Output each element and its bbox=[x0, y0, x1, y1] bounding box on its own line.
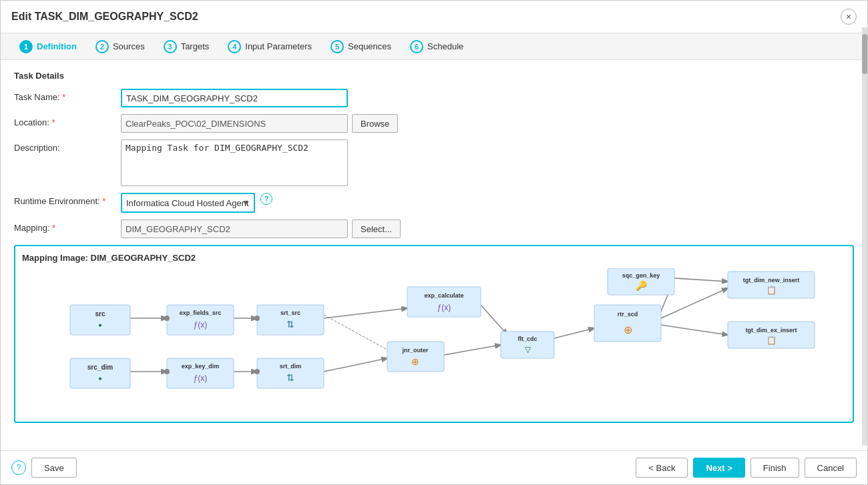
footer-left: ? Save bbox=[11, 458, 77, 478]
svg-text:ƒ(x): ƒ(x) bbox=[194, 320, 208, 330]
svg-text:src_dim: src_dim bbox=[87, 364, 113, 371]
next-button[interactable]: Next > bbox=[693, 458, 744, 478]
svg-text:⇅: ⇅ bbox=[286, 372, 294, 383]
tab-label-definition: Definition bbox=[37, 41, 77, 51]
svg-text:flt_cdc: flt_cdc bbox=[517, 336, 537, 342]
description-row: Description: Mapping Task for DIM_GEOGRA… bbox=[14, 139, 854, 186]
svg-text:exp_key_dim: exp_key_dim bbox=[182, 363, 220, 370]
svg-text:📋: 📋 bbox=[767, 285, 777, 295]
runtime-env-select[interactable]: Informatica Cloud Hosted Agent bbox=[121, 193, 255, 213]
svg-text:⊕: ⊕ bbox=[411, 356, 419, 367]
mapping-image-box: Mapping Image: DIM_GEOGRAPHY_SCD2 bbox=[14, 245, 854, 423]
tab-sequences[interactable]: 5 Sequences bbox=[322, 33, 399, 59]
svg-text:📋: 📋 bbox=[767, 335, 777, 345]
main-content: Task Details Task Name: * Location: * Br… bbox=[1, 60, 867, 450]
scrollbar-thumb[interactable] bbox=[862, 34, 867, 74]
mapping-row: Mapping: * Select... bbox=[14, 219, 854, 238]
help-button[interactable]: ? bbox=[11, 460, 26, 475]
tab-num-3: 3 bbox=[164, 40, 177, 53]
section-title: Task Details bbox=[14, 71, 854, 81]
save-button[interactable]: Save bbox=[31, 458, 77, 478]
location-input[interactable] bbox=[121, 114, 348, 133]
svg-rect-23 bbox=[407, 287, 481, 317]
runtime-env-row: Runtime Environment: * Informatica Cloud… bbox=[14, 193, 854, 213]
dialog-header: Edit TASK_DIM_GEOGRAPHY_SCD2 × bbox=[1, 1, 867, 33]
svg-text:exp_calculate: exp_calculate bbox=[424, 292, 463, 299]
location-label: Location: * bbox=[14, 114, 121, 127]
svg-text:⊕: ⊕ bbox=[624, 324, 632, 336]
mapping-input bbox=[121, 219, 348, 238]
close-button[interactable]: × bbox=[841, 9, 857, 25]
svg-text:sqc_gen_key: sqc_gen_key bbox=[622, 272, 660, 279]
mapping-canvas: src ▪ exp_fields_src ƒ(x) srt_src ⇅ exp_… bbox=[22, 268, 846, 415]
edit-dialog: Edit TASK_DIM_GEOGRAPHY_SCD2 × 1 Definit… bbox=[0, 0, 868, 485]
dialog-title: Edit TASK_DIM_GEOGRAPHY_SCD2 bbox=[11, 11, 198, 23]
svg-text:exp_fields_src: exp_fields_src bbox=[180, 310, 222, 316]
svg-text:▪: ▪ bbox=[99, 320, 102, 330]
svg-text:ƒ(x): ƒ(x) bbox=[194, 374, 208, 383]
mapping-image-title: Mapping Image: DIM_GEOGRAPHY_SCD2 bbox=[22, 253, 846, 263]
tab-definition[interactable]: 1 Definition bbox=[11, 33, 85, 59]
scrollbar-track bbox=[862, 27, 867, 446]
description-label: Description: bbox=[14, 139, 121, 153]
tab-input-parameters[interactable]: 4 Input Parameters bbox=[220, 33, 320, 59]
tab-schedule[interactable]: 6 Schedule bbox=[402, 33, 471, 59]
svg-point-56 bbox=[254, 369, 260, 374]
svg-text:⇅: ⇅ bbox=[286, 319, 294, 330]
svg-text:tgt_dim_ex_insert: tgt_dim_ex_insert bbox=[745, 327, 797, 334]
location-row: Location: * Browse bbox=[14, 114, 854, 133]
tab-num-4: 4 bbox=[228, 40, 241, 53]
svg-text:jnr_outer: jnr_outer bbox=[401, 347, 429, 354]
tab-num-6: 6 bbox=[410, 40, 423, 53]
tab-bar: 1 Definition 2 Sources 3 Targets 4 Input… bbox=[1, 33, 867, 60]
runtime-select-wrapper: Informatica Cloud Hosted Agent ▼ bbox=[121, 193, 255, 213]
task-name-input[interactable] bbox=[121, 89, 348, 107]
runtime-env-label: Runtime Environment: * bbox=[14, 193, 121, 206]
tab-num-5: 5 bbox=[331, 40, 344, 53]
tab-label-input-parameters: Input Parameters bbox=[245, 41, 312, 51]
svg-line-11 bbox=[674, 278, 728, 282]
description-input[interactable]: Mapping Task for DIM_GEOGRAPHY_SCD2 bbox=[121, 139, 348, 186]
svg-text:src: src bbox=[95, 310, 105, 318]
svg-line-2 bbox=[324, 308, 407, 318]
svg-point-55 bbox=[254, 316, 260, 321]
svg-text:▽: ▽ bbox=[525, 345, 531, 354]
svg-text:rtr_scd: rtr_scd bbox=[618, 311, 638, 318]
svg-line-5 bbox=[324, 358, 387, 372]
svg-point-54 bbox=[164, 369, 170, 374]
browse-button[interactable]: Browse bbox=[352, 114, 398, 133]
tab-targets[interactable]: 3 Targets bbox=[156, 33, 218, 59]
svg-text:srt_dim: srt_dim bbox=[280, 363, 302, 370]
svg-text:ƒ(x): ƒ(x) bbox=[437, 303, 451, 312]
svg-text:tgt_dim_new_insert: tgt_dim_new_insert bbox=[743, 277, 800, 284]
select-mapping-button[interactable]: Select... bbox=[352, 219, 401, 238]
tab-label-targets: Targets bbox=[181, 41, 210, 51]
mapping-diagram: src ▪ exp_fields_src ƒ(x) srt_src ⇅ exp_… bbox=[22, 268, 846, 402]
task-name-row: Task Name: * bbox=[14, 89, 854, 107]
tab-label-sequences: Sequences bbox=[348, 41, 391, 51]
svg-line-13 bbox=[324, 315, 391, 352]
tab-label-schedule: Schedule bbox=[427, 41, 463, 51]
tab-label-sources: Sources bbox=[113, 41, 145, 51]
tab-num-2: 2 bbox=[95, 40, 109, 53]
footer: ? Save < Back Next > Finish Cancel bbox=[1, 450, 867, 484]
svg-point-53 bbox=[164, 316, 170, 321]
task-name-label: Task Name: * bbox=[14, 89, 121, 102]
svg-text:▪: ▪ bbox=[99, 373, 102, 384]
tab-sources[interactable]: 2 Sources bbox=[87, 33, 153, 59]
footer-right: < Back Next > Finish Cancel bbox=[636, 458, 857, 478]
svg-line-10 bbox=[661, 325, 728, 335]
svg-text:🔑: 🔑 bbox=[636, 280, 648, 292]
svg-text:srt_src: srt_src bbox=[280, 310, 300, 316]
svg-line-6 bbox=[444, 345, 501, 355]
back-button[interactable]: < Back bbox=[636, 458, 688, 478]
tab-num-1: 1 bbox=[19, 40, 33, 53]
finish-button[interactable]: Finish bbox=[750, 458, 799, 478]
mapping-label: Mapping: * bbox=[14, 219, 121, 233]
svg-line-7 bbox=[481, 305, 507, 335]
runtime-help-icon[interactable]: ? bbox=[260, 193, 272, 205]
cancel-button[interactable]: Cancel bbox=[805, 458, 857, 478]
